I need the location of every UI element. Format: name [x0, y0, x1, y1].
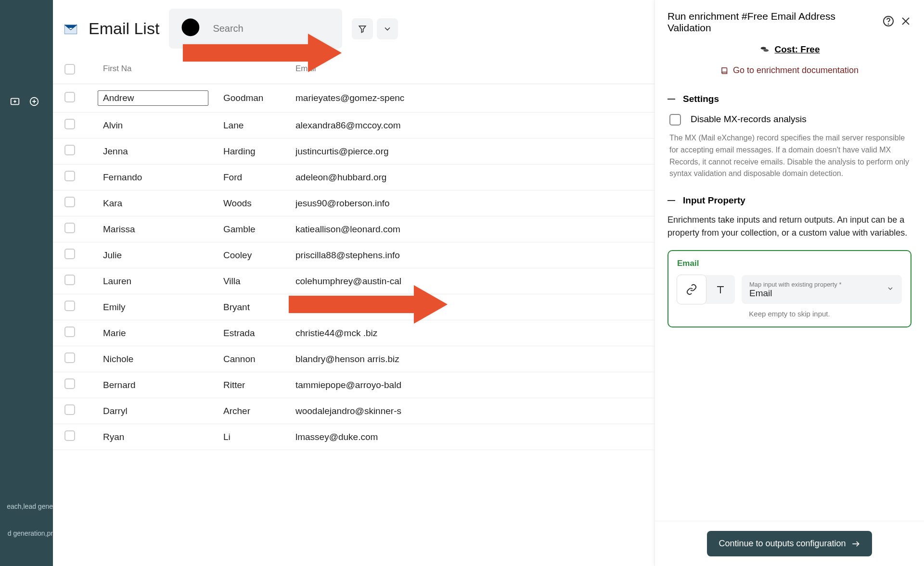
- table-row: Lauren Villa colehumphrey@austin-cal: [53, 268, 654, 294]
- col-header-email[interactable]: Email: [295, 64, 643, 77]
- row-checkbox[interactable]: [64, 171, 75, 181]
- col-header-first[interactable]: First Na: [103, 64, 223, 77]
- cell-first-name[interactable]: Kara: [103, 198, 122, 208]
- cell-last-name[interactable]: Lane: [223, 120, 295, 131]
- row-checkbox[interactable]: [64, 301, 75, 311]
- new-folder-icon[interactable]: [10, 96, 20, 109]
- disable-mx-checkbox[interactable]: [669, 114, 681, 126]
- cell-first-name[interactable]: Bernard: [103, 380, 136, 390]
- cell-first-name[interactable]: Ryan: [103, 432, 124, 442]
- cell-first-name[interactable]: Nichole: [103, 354, 133, 364]
- cell-first-name[interactable]: Julie: [103, 250, 122, 260]
- row-checkbox[interactable]: [64, 430, 75, 441]
- cell-first-name[interactable]: Fernando: [103, 172, 142, 182]
- select-all-checkbox[interactable]: [64, 64, 75, 75]
- row-checkbox[interactable]: [64, 404, 75, 415]
- cell-last-name[interactable]: Bryant: [223, 302, 295, 313]
- cell-first-name[interactable]: Darryl: [103, 406, 128, 416]
- row-checkbox[interactable]: [64, 145, 75, 155]
- cell-email[interactable]: jesus90@roberson.info: [295, 198, 643, 209]
- table-row: Alvin Lane alexandra86@mccoy.com: [53, 113, 654, 138]
- table-row: Kara Woods jesus90@roberson.info: [53, 190, 654, 216]
- cell-email[interactable]: woodalejandro@skinner-s: [295, 406, 643, 416]
- cell-first-name[interactable]: Emily: [103, 302, 125, 312]
- svg-point-19: [760, 47, 766, 50]
- table-row: Darryl Archer woodalejandro@skinner-s: [53, 398, 654, 424]
- cell-first-name[interactable]: Andrew: [98, 90, 208, 106]
- cell-email[interactable]: tammiepope@arroyo-bald: [295, 380, 643, 390]
- settings-heading: Settings: [683, 94, 719, 104]
- app-logo: [63, 21, 79, 37]
- cell-last-name[interactable]: Li: [223, 432, 295, 442]
- cell-last-name[interactable]: Gamble: [223, 224, 295, 235]
- search-input[interactable]: [169, 9, 342, 49]
- table-row: Bernard Ritter tammiepope@arroyo-bald: [53, 372, 654, 398]
- help-icon[interactable]: [883, 15, 894, 29]
- cell-email[interactable]: buckyvonne@church-lutz.: [295, 302, 643, 313]
- table-row: Marie Estrada christie44@mck .biz: [53, 320, 654, 346]
- cell-last-name[interactable]: Harding: [223, 146, 295, 157]
- cell-last-name[interactable]: Estrada: [223, 328, 295, 339]
- search-icon: [177, 13, 207, 44]
- cell-email[interactable]: colehumphrey@austin-cal: [295, 276, 643, 287]
- cell-email[interactable]: blandry@henson arris.biz: [295, 354, 643, 365]
- row-checkbox[interactable]: [64, 378, 75, 389]
- input-hint: Keep empty to skip input.: [677, 310, 902, 318]
- row-checkbox[interactable]: [64, 352, 75, 363]
- text-icon: [715, 284, 726, 295]
- collapse-icon[interactable]: [667, 99, 675, 100]
- close-icon[interactable]: [900, 15, 911, 29]
- custom-value-tab[interactable]: [706, 275, 735, 304]
- filter-button[interactable]: [352, 18, 373, 39]
- cell-last-name[interactable]: Archer: [223, 406, 295, 416]
- cell-first-name[interactable]: Marissa: [103, 224, 135, 234]
- collapse-icon[interactable]: [667, 200, 675, 201]
- documentation-link[interactable]: Go to enrichment documentation: [667, 65, 911, 75]
- row-checkbox[interactable]: [64, 223, 75, 233]
- cell-first-name[interactable]: Alvin: [103, 120, 123, 130]
- cell-email[interactable]: alexandra86@mccoy.com: [295, 120, 643, 131]
- cell-first-name[interactable]: Jenna: [103, 146, 128, 156]
- cell-first-name[interactable]: Lauren: [103, 276, 131, 286]
- row-checkbox[interactable]: [64, 119, 75, 129]
- continue-button[interactable]: Continue to outputs configuration: [707, 531, 872, 556]
- cell-first-name[interactable]: Marie: [103, 328, 126, 338]
- cell-last-name[interactable]: Goodman: [223, 93, 295, 103]
- row-checkbox[interactable]: [64, 197, 75, 207]
- cell-email[interactable]: marieyates@gomez-spenc: [295, 93, 643, 103]
- map-property-tab[interactable]: [677, 275, 706, 304]
- table-row: Emily Bryant buckyvonne@church-lutz.: [53, 294, 654, 320]
- row-checkbox[interactable]: [64, 327, 75, 337]
- property-select[interactable]: Map input with existing property * Email: [742, 275, 902, 304]
- cell-last-name[interactable]: Cannon: [223, 354, 295, 365]
- cell-last-name[interactable]: Ford: [223, 172, 295, 183]
- filter-icon: [358, 24, 367, 34]
- cell-email[interactable]: katieallison@leonard.com: [295, 224, 643, 235]
- add-icon[interactable]: [29, 96, 39, 109]
- sidebar: each,lead gene d generation,pr: [0, 0, 53, 566]
- table-row: Julie Cooley priscilla88@stephens.info: [53, 242, 654, 268]
- disable-mx-label: Disable MX-records analysis: [691, 114, 807, 126]
- cell-email[interactable]: priscilla88@stephens.info: [295, 250, 643, 261]
- chevron-down-icon: [383, 24, 392, 34]
- link-icon: [686, 284, 697, 295]
- cell-email[interactable]: justincurtis@pierce.org: [295, 146, 643, 157]
- row-checkbox[interactable]: [64, 92, 75, 102]
- input-description: Enrichments take inputs and return outpu…: [667, 211, 911, 250]
- cell-email[interactable]: adeleon@hubbard.org: [295, 172, 643, 183]
- row-checkbox[interactable]: [64, 249, 75, 259]
- arrow-right-icon: [851, 539, 860, 549]
- dropdown-button[interactable]: [377, 18, 398, 39]
- cell-last-name[interactable]: Ritter: [223, 380, 295, 390]
- sidebar-tags: each,lead gene d generation,pr: [0, 493, 53, 566]
- input-label: Email: [677, 259, 902, 268]
- cell-email[interactable]: christie44@mck .biz: [295, 328, 643, 339]
- cell-email[interactable]: lmassey@duke.com: [295, 432, 643, 442]
- table-header: First Na Email: [53, 57, 654, 84]
- input-mapping-box: Email Map input with existing property *…: [667, 250, 911, 327]
- cell-last-name[interactable]: Woods: [223, 198, 295, 209]
- row-checkbox[interactable]: [64, 275, 75, 285]
- table-row: Jenna Harding justincurtis@pierce.org: [53, 138, 654, 164]
- cell-last-name[interactable]: Villa: [223, 276, 295, 287]
- cell-last-name[interactable]: Cooley: [223, 250, 295, 261]
